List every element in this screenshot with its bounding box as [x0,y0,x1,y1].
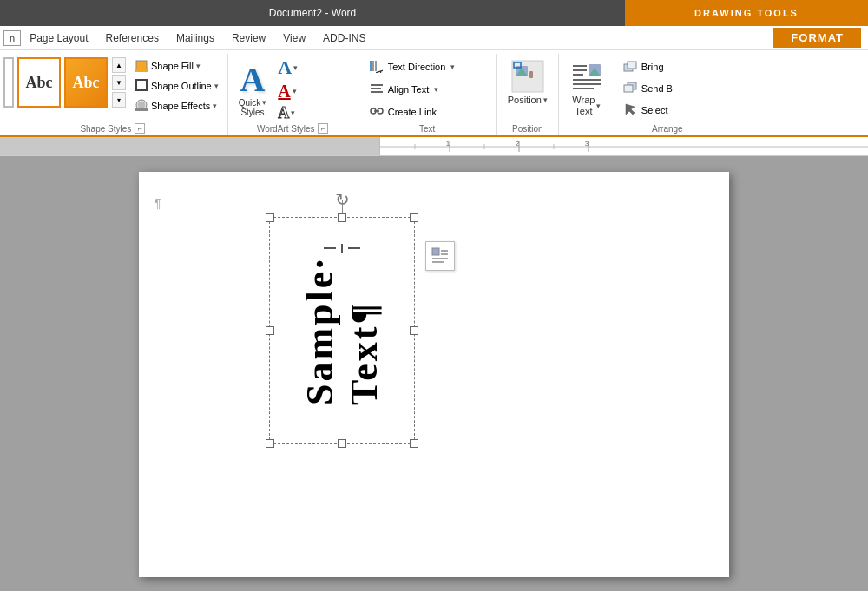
text-effect-arrow[interactable]: ▾ [291,108,295,117]
create-link-icon [369,104,385,121]
shape-styles-content: Abc Abc ▲ ▼ ▾ [3,57,222,121]
scroll-expand-btn[interactable]: ▾ [112,92,126,108]
text-color-arrow[interactable]: ▾ [293,63,298,72]
position-icon [510,59,545,94]
svg-text:1: 1 [446,140,450,148]
drawing-tools-tab[interactable]: DRAWING TOOLS [625,0,868,26]
select-label: Select [641,105,668,115]
send-backward-btn[interactable]: Send B [619,79,716,98]
format-tab[interactable]: FORMAT [773,28,861,48]
ribbon: Abc Abc ▲ ▼ ▾ [0,50,868,137]
bring-forward-icon [622,60,638,74]
align-text-label: Align Text [388,84,430,95]
wordart-styles-label: WordArt Styles ⌐ [235,123,351,134]
menu-item-page-layout[interactable]: Page Layout [21,29,96,48]
wrap-text-arrow[interactable]: ▾ [596,102,601,110]
text-direction-label: Text Direction [388,62,446,72]
svg-rect-6 [135,108,148,111]
shape-outline-icon [135,78,148,95]
shape-thumb-abc2[interactable]: Abc [64,57,108,108]
arrange-group-content: Bring Send B Select [619,57,716,122]
svg-rect-44 [432,248,439,255]
shape-effects-btn[interactable]: Shape Effects ▾ [131,97,222,115]
layout-options-btn[interactable] [425,241,455,271]
align-text-icon [369,82,385,98]
menu-item-references[interactable]: References [97,29,168,48]
align-text-arrow[interactable]: ▾ [434,85,438,94]
position-arrow[interactable]: ▾ [543,95,548,104]
svg-text:2: 2 [516,140,520,148]
shape-options: Shape Fill ▾ Shape Outline ▾ [131,57,222,115]
scroll-up-btn[interactable]: ▲ [112,57,126,73]
svg-rect-1 [135,69,148,72]
position-btn[interactable]: Position ▾ [504,57,551,122]
text-effect-a-btn[interactable]: A ▾ [275,104,300,121]
wordart-a-large: A [240,62,266,97]
align-text-btn[interactable]: Align Text ▾ [365,80,490,99]
svg-rect-33 [624,85,633,92]
paragraph-mark: ¶ [155,196,161,210]
create-link-label: Create Link [388,107,437,117]
text-box[interactable]: Sample·Text¶ [269,217,415,444]
arrange-group-label: Arrange [619,124,716,134]
send-backward-label: Send B [641,83,673,94]
menu-item-addins[interactable]: ADD-INS [314,29,374,48]
wordart-content: A Quick ▾ Styles A ▾ A ▾ [235,57,351,121]
menu-item-n[interactable]: n [3,30,21,46]
shape-outline-btn[interactable]: Shape Outline ▾ [131,77,222,95]
menu-bar: n Page Layout References Mailings Review… [0,26,868,50]
text-cursor [324,244,360,253]
shape-effects-arrow[interactable]: ▾ [213,102,217,110]
shape-fill-btn[interactable]: Shape Fill ▾ [131,57,222,75]
shape-thumb-abc1[interactable]: Abc [17,57,61,108]
text-box-container: ↻ Sample·Text¶ [269,217,415,444]
svg-rect-31 [628,62,636,69]
text-fill-arrow[interactable]: ▾ [293,87,297,95]
menu-item-mailings[interactable]: Mailings [168,29,223,48]
document-page[interactable]: ¶ ↻ Sample·Text¶ [139,172,729,577]
text-color-a-btn[interactable]: A ▾ [275,57,300,78]
send-backward-icon [622,81,638,97]
menu-item-view[interactable]: View [274,29,314,48]
position-label: Position [512,124,543,134]
shape-fill-arrow[interactable]: ▾ [196,62,201,70]
select-icon [622,102,638,119]
text-fill-a-btn[interactable]: A ▾ [275,82,300,101]
quick-styles-btn[interactable]: A Quick ▾ Styles [235,61,271,119]
create-link-btn[interactable]: Create Link [365,102,490,121]
bring-forward-btn[interactable]: Bring [619,57,716,76]
text-direction-arrow[interactable]: ▾ [450,62,455,71]
position-group: Position ▾ Position [497,54,559,135]
svg-rect-20 [529,71,533,78]
shape-effects-icon [135,98,148,115]
wordart-styles-group: A Quick ▾ Styles A ▾ A ▾ [228,54,358,135]
text-group-content: A Text Direction ▾ [365,57,490,122]
select-btn[interactable]: Select [619,101,716,120]
text-group: A Text Direction ▾ [358,54,497,135]
shape-styles-group: Abc Abc ▲ ▼ ▾ [0,54,228,135]
document-area: ¶ ↻ Sample·Text¶ [0,156,868,591]
svg-text:3: 3 [585,140,589,148]
shape-thumb-blank[interactable] [3,57,14,108]
quick-styles-arrow[interactable]: ▾ [262,98,266,107]
arrange-group: Bring Send B Select [615,54,720,135]
svg-point-5 [138,102,145,108]
shape-effects-label: Shape Effects [151,101,210,111]
shape-fill-icon [135,59,148,73]
shape-outline-label: Shape Outline [151,81,212,91]
menu-item-review[interactable]: Review [223,29,274,48]
shape-styles-label: Shape Styles ⌐ [3,123,222,134]
title-bar-left: Document2 - Word [0,0,625,26]
wordart-text-options: A ▾ A ▾ A ▾ [275,57,300,121]
text-direction-btn[interactable]: A Text Direction ▾ [365,57,490,76]
scroll-down-btn[interactable]: ▼ [112,75,126,90]
shape-scroll: ▲ ▼ ▾ [112,57,126,108]
shape-outline-arrow[interactable]: ▾ [214,82,219,90]
shape-fill-label: Shape Fill [151,61,194,71]
wrap-text-btn[interactable]: WrapText ▾ [566,57,608,132]
bring-forward-label: Bring [641,62,664,72]
svg-rect-3 [135,89,148,91]
wrap-text-group: WrapText ▾ [559,54,615,135]
wrap-text-icon [569,59,604,94]
text-direction-icon: A [369,59,385,76]
